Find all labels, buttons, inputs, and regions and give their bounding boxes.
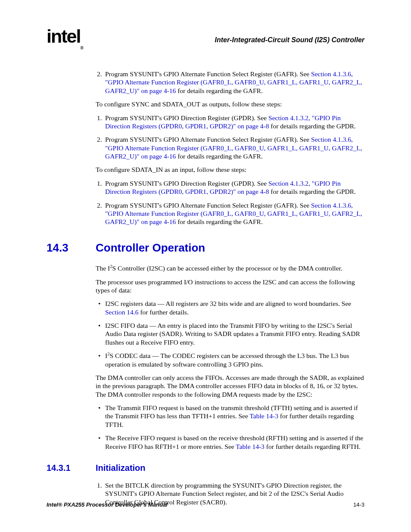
- list-item: I2SC registers data — All registers are …: [96, 299, 364, 316]
- section-title: Controller Operation: [96, 241, 205, 254]
- list-item: Program SYSUNIT's GPIO Alternate Functio…: [96, 201, 364, 226]
- list-item: I2SC FIFO data — An entry is placed into…: [96, 321, 364, 346]
- text: Program SYSUNIT's GPIO Direction Registe…: [105, 180, 268, 187]
- footer-page-number: 14-3: [353, 501, 364, 508]
- text: Program SYSUNIT's GPIO Alternate Functio…: [105, 70, 311, 78]
- paragraph: The I2S Controller (I2SC) can be accesse…: [96, 264, 364, 272]
- paragraph: To configure SDATA_IN as an input, follo…: [96, 165, 364, 174]
- text: Program SYSUNIT's GPIO Direction Registe…: [105, 114, 268, 121]
- intel-logo: intel®: [47, 26, 84, 48]
- section-heading: 14.3Controller Operation: [47, 241, 364, 255]
- list-item: Program SYSUNIT's GPIO Direction Registe…: [96, 179, 364, 196]
- list-item: The Transmit FIFO request is based on th…: [96, 404, 364, 429]
- page-footer: Intel® PXA255 Processor Developer's Manu…: [47, 501, 364, 508]
- header-title: Inter-Integrated-Circuit Sound (I2S) Con…: [47, 36, 364, 44]
- subsection-heading: 14.3.1Initialization: [47, 463, 364, 473]
- xref-link[interactable]: Table 14-3: [236, 443, 265, 450]
- page-body: Program SYSUNIT's GPIO Alternate Functio…: [96, 70, 364, 506]
- subsection-number: 14.3.1: [47, 463, 96, 473]
- list-item: Program SYSUNIT's GPIO Alternate Functio…: [96, 70, 364, 95]
- footer-manual-title: Intel® PXA255 Processor Developer's Manu…: [47, 501, 168, 508]
- section-number: 14.3: [47, 241, 96, 255]
- text: for details regarding the GPDR.: [269, 188, 355, 195]
- text: for further details regarding RFTH.: [265, 443, 361, 450]
- text: Program SYSUNIT's GPIO Alternate Functio…: [105, 136, 311, 143]
- list-item: I2S CODEC data — The CODEC registers can…: [96, 352, 364, 368]
- list-item: The Receive FIFO request is based on the…: [96, 434, 364, 451]
- subsection-title: Initialization: [96, 463, 146, 473]
- paragraph: To configure SYNC and SDATA_OUT as outpu…: [96, 100, 364, 108]
- text: Program SYSUNIT's GPIO Alternate Functio…: [105, 202, 311, 209]
- xref-link[interactable]: Table 14-3: [249, 412, 278, 420]
- paragraph: The DMA controller can only access the F…: [96, 373, 364, 398]
- list-item: Program SYSUNIT's GPIO Direction Registe…: [96, 114, 364, 131]
- text: for further details.: [139, 308, 189, 316]
- text: for details regarding the GAFR.: [176, 87, 262, 94]
- list-item: Program SYSUNIT's GPIO Alternate Functio…: [96, 135, 364, 160]
- text: for details regarding the GAFR.: [176, 152, 262, 160]
- paragraph: The processor uses programmed I/O instru…: [96, 278, 364, 295]
- text: for details regarding the GAFR.: [176, 218, 262, 225]
- xref-link[interactable]: Section 14.6: [105, 308, 139, 316]
- text: for details regarding the GPDR.: [269, 122, 355, 130]
- text: I2SC registers data — All registers are …: [105, 300, 351, 307]
